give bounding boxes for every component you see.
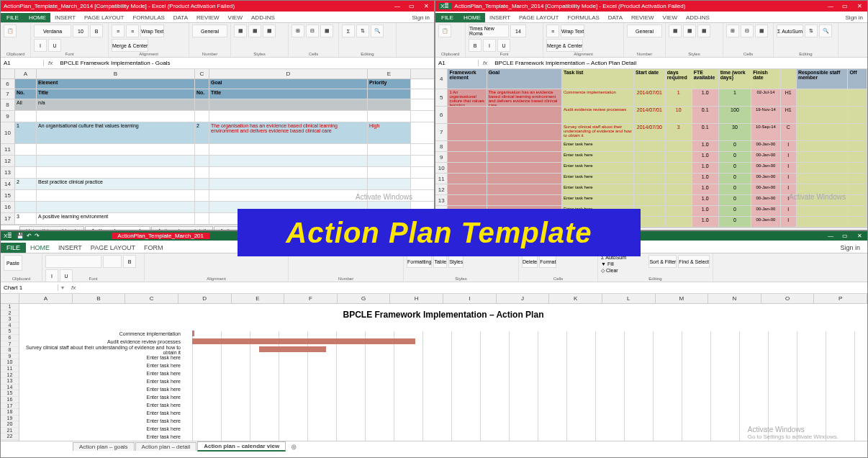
cell[interactable]: 1.0 (692, 152, 719, 162)
cell[interactable] (797, 163, 848, 173)
sheet-tab[interactable]: Action plan – detail (135, 442, 197, 451)
wrap-text-button[interactable]: Wrap Text (561, 24, 584, 37)
tab-file[interactable]: FILE (435, 13, 459, 22)
cell[interactable]: 3 (666, 124, 692, 140)
cell[interactable] (797, 141, 848, 151)
autosum-icon[interactable]: Σ AutoSum (777, 24, 803, 37)
cell[interactable] (37, 111, 195, 122)
col-header[interactable]: P (814, 294, 867, 303)
cell[interactable] (848, 124, 867, 140)
tab-formulas[interactable]: FORMULAS (563, 13, 603, 22)
col-header[interactable]: H (390, 294, 443, 303)
cell[interactable]: 1.0 (692, 163, 719, 173)
name-box[interactable]: A1 (1, 60, 44, 66)
cell[interactable] (209, 144, 368, 155)
cell[interactable] (848, 206, 867, 216)
cell[interactable]: 0.1 (692, 107, 719, 123)
row-header[interactable]: 7 (435, 124, 448, 140)
header-goal[interactable]: Goal (209, 79, 368, 89)
cell[interactable] (797, 89, 848, 106)
tab-view[interactable]: VIEW (659, 13, 682, 22)
tab-home[interactable]: HOME (24, 13, 50, 22)
tab-home[interactable]: HOME (459, 13, 485, 22)
cell[interactable]: An organisational culture that values le… (37, 122, 195, 143)
tab-pagelayout[interactable]: PAGE LAYOUT (86, 243, 140, 253)
cell[interactable] (209, 111, 368, 122)
col-header[interactable]: A (19, 294, 73, 303)
header-title[interactable]: Title (209, 89, 368, 99)
name-box[interactable]: Chart 1 (1, 284, 58, 291)
align-center-icon[interactable]: ≡ (126, 24, 139, 37)
conditional-formatting-icon[interactable]: ▦ (234, 24, 247, 37)
tab-formulas[interactable]: FORM (140, 243, 168, 253)
cell[interactable] (368, 99, 411, 110)
cell[interactable]: 0.1 (692, 124, 719, 140)
row-header[interactable]: 4 (1, 323, 19, 329)
row-header[interactable]: 10 (1, 122, 15, 143)
cell[interactable] (195, 167, 209, 178)
hdr-off[interactable]: Off (848, 69, 867, 89)
paste-button[interactable]: Paste (4, 255, 22, 271)
cell[interactable]: 0 (719, 217, 752, 227)
gantt-bar[interactable] (259, 346, 326, 352)
font-size-select[interactable]: 10 (73, 24, 89, 37)
cell[interactable] (209, 190, 368, 201)
cell[interactable] (487, 124, 562, 140)
cell[interactable]: 10-Sep-14 (751, 124, 780, 140)
cell[interactable]: 100 (719, 107, 752, 123)
cell[interactable]: The organisation has an evidence based c… (209, 122, 368, 143)
cell[interactable]: 19-Nov-14 (751, 107, 780, 123)
tab-insert[interactable]: INSERT (54, 243, 86, 253)
row-header[interactable]: 9 (1, 354, 19, 360)
cell[interactable] (487, 152, 562, 162)
cell[interactable] (797, 124, 848, 140)
bold-icon[interactable]: B (469, 39, 482, 52)
find-select-button[interactable]: Find & Select (678, 255, 710, 268)
row-header[interactable]: 13 (1, 167, 15, 178)
row-header[interactable]: 9 (1, 111, 15, 122)
cell[interactable] (666, 174, 692, 184)
merge-center-button[interactable]: Merge & Center (112, 39, 148, 52)
wrap-text-button[interactable]: Wrap Text (140, 24, 164, 37)
select-all-corner[interactable] (1, 294, 19, 303)
cell[interactable]: H1 (781, 107, 797, 123)
row-header[interactable]: 12 (1, 156, 15, 166)
sort-filter-icon[interactable]: ⇅ (356, 24, 369, 37)
cell[interactable]: I (781, 206, 797, 216)
italic-icon[interactable]: I (34, 39, 47, 52)
cell[interactable] (797, 152, 848, 162)
cell[interactable]: 1 (666, 89, 692, 106)
cell[interactable]: 1.0 (692, 217, 719, 227)
close-icon[interactable]: ✕ (854, 233, 864, 240)
close-icon[interactable]: ✕ (421, 3, 431, 10)
cell[interactable] (37, 156, 195, 166)
cell[interactable] (448, 163, 487, 173)
hdr-time[interactable]: time (work days) (719, 69, 752, 89)
cell[interactable] (209, 167, 368, 178)
cell[interactable] (666, 195, 692, 205)
add-sheet-icon[interactable]: ⊕ (291, 443, 297, 451)
cell[interactable] (797, 206, 848, 216)
row-header[interactable]: 15 (1, 390, 19, 397)
cell[interactable]: 00-Jan-00 (751, 195, 780, 205)
row-header[interactable]: 8 (435, 141, 448, 151)
tab-pagelayout[interactable]: PAGE LAYOUT (80, 13, 128, 22)
cell[interactable] (666, 141, 692, 151)
formula-content[interactable]: BPCLE Framework Implementation – Action … (492, 60, 867, 66)
cell[interactable] (848, 174, 867, 184)
row-header[interactable]: 12 (1, 372, 19, 379)
select-all-corner[interactable] (1, 69, 15, 78)
cell[interactable] (15, 167, 37, 178)
signin-link[interactable]: Sign in (841, 13, 867, 22)
cell[interactable] (448, 152, 487, 162)
row-header[interactable]: 2 (1, 310, 19, 317)
cell[interactable] (487, 107, 562, 123)
cell[interactable] (448, 195, 487, 205)
cell[interactable]: 00-Jan-00 (751, 152, 780, 162)
row-header[interactable]: 1 (1, 304, 19, 310)
cell[interactable] (195, 99, 209, 110)
tab-review[interactable]: REVIEW (627, 13, 659, 22)
cell[interactable]: 1.0 (692, 174, 719, 184)
bold-icon[interactable]: B (123, 255, 136, 268)
formula-content[interactable]: BPCLE Framework Implementation - Goals (57, 60, 434, 66)
